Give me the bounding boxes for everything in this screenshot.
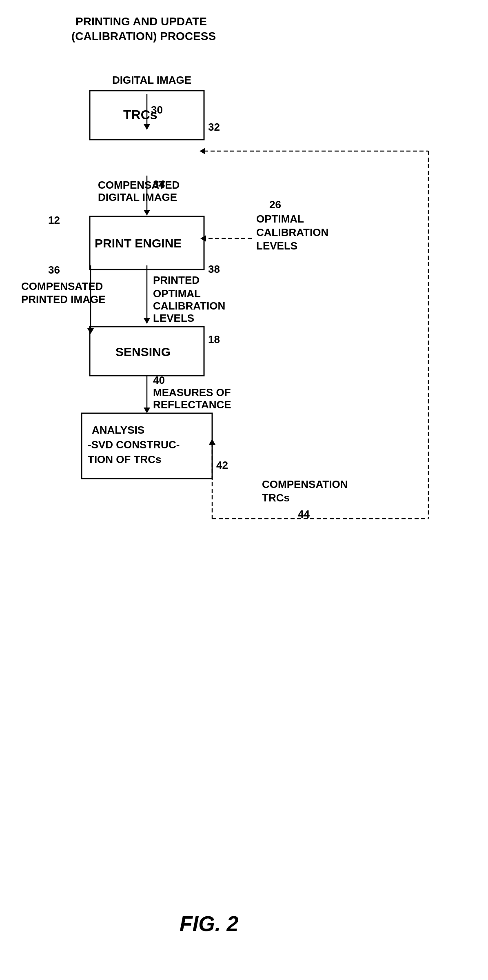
svg-marker-1 xyxy=(144,124,150,130)
svg-text:DIGITAL IMAGE: DIGITAL IMAGE xyxy=(112,74,191,86)
svg-text:TRCs: TRCs xyxy=(123,107,157,122)
svg-text:32: 32 xyxy=(208,121,220,133)
svg-text:42: 42 xyxy=(216,459,228,471)
svg-marker-10 xyxy=(200,235,206,242)
svg-text:COMPENSATED: COMPENSATED xyxy=(98,179,180,191)
diagram-svg: 30 34 COMPENSATED DIGITAL IMAGE 12 26 OP… xyxy=(0,0,488,980)
svg-marker-21 xyxy=(209,439,215,445)
svg-text:LEVELS: LEVELS xyxy=(256,240,297,252)
svg-text:PRINT ENGINE: PRINT ENGINE xyxy=(95,236,182,250)
svg-text:36: 36 xyxy=(48,264,60,276)
svg-text:34: 34 xyxy=(153,178,165,190)
svg-text:30: 30 xyxy=(151,104,163,116)
svg-rect-34 xyxy=(90,327,204,376)
svg-marker-28 xyxy=(144,318,150,324)
svg-text:REFLECTANCE: REFLECTANCE xyxy=(153,399,231,411)
svg-rect-53 xyxy=(90,91,204,140)
svg-text:26: 26 xyxy=(269,198,281,211)
svg-text:-SVD CONSTRUC-: -SVD CONSTRUC- xyxy=(88,439,180,451)
svg-text:ANALYSIS: ANALYSIS xyxy=(92,424,144,436)
svg-rect-42 xyxy=(82,413,212,479)
svg-text:PRINTING AND UPDATE: PRINTING AND UPDATE xyxy=(75,15,207,28)
svg-text:CALIBRATION: CALIBRATION xyxy=(153,300,225,312)
svg-text:PRINTED IMAGE: PRINTED IMAGE xyxy=(21,293,106,305)
svg-marker-23 xyxy=(87,328,94,334)
svg-text:38: 38 xyxy=(208,263,220,275)
svg-marker-4 xyxy=(144,210,150,216)
svg-text:44: 44 xyxy=(298,508,310,520)
svg-text:12: 12 xyxy=(48,214,60,226)
svg-text:(CALIBRATION) PROCESS: (CALIBRATION) PROCESS xyxy=(71,30,216,42)
svg-text:DIGITAL IMAGE: DIGITAL IMAGE xyxy=(98,191,177,203)
svg-text:40: 40 xyxy=(153,374,165,386)
svg-text:TRCs: TRCs xyxy=(262,492,290,504)
diagram-container: PRINTING AND UPDATE (CALIBRATION) PROCES… xyxy=(0,0,488,980)
svg-text:LEVELS: LEVELS xyxy=(153,312,194,324)
svg-marker-38 xyxy=(144,408,150,413)
svg-text:PRINTED: PRINTED xyxy=(153,274,200,286)
svg-text:CALIBRATION: CALIBRATION xyxy=(256,226,328,238)
svg-marker-17 xyxy=(200,148,205,154)
svg-text:COMPENSATED: COMPENSATED xyxy=(21,280,103,292)
svg-text:COMPENSATION: COMPENSATION xyxy=(262,478,348,490)
svg-text:OPTIMAL: OPTIMAL xyxy=(256,213,304,225)
svg-rect-55 xyxy=(90,216,204,270)
svg-text:MEASURES OF: MEASURES OF xyxy=(153,386,231,399)
svg-text:TION OF TRCs: TION OF TRCs xyxy=(88,453,162,466)
svg-text:FIG. 2: FIG. 2 xyxy=(180,912,239,935)
svg-text:18: 18 xyxy=(208,333,220,345)
svg-text:SENSING: SENSING xyxy=(115,345,171,359)
svg-text:OPTIMAL: OPTIMAL xyxy=(153,287,201,300)
